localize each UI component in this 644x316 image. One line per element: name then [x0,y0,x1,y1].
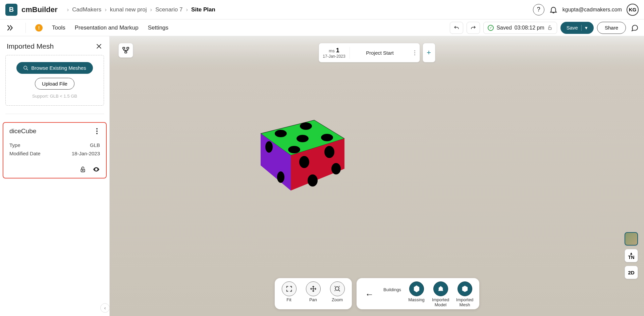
crumb-org[interactable]: CadMakers [72,6,101,13]
crumb-scenario[interactable]: Scenario 7 [155,6,182,13]
lock-open-icon[interactable] [547,25,553,31]
menu-tools[interactable]: Tools [52,24,65,31]
menu-presentation[interactable]: Presentation and Markup [75,24,139,31]
svg-point-16 [321,134,333,141]
mesh-preview[interactable] [240,100,361,201]
share-button[interactable]: Share [597,22,626,34]
sidebar-title: Imported Mesh [7,42,54,50]
mesh-date-label: Modified Date [9,151,41,156]
svg-point-14 [297,135,309,142]
svg-point-4 [96,169,97,170]
save-dropdown-icon[interactable]: ▾ [581,25,588,31]
svg-point-21 [308,174,318,187]
milestone-name: Project Start [350,50,410,56]
user-email: kgupta@cadmakers.com [562,7,622,13]
svg-point-1 [24,66,27,69]
svg-rect-7 [125,51,127,53]
chevron-right-icon: › [67,6,69,13]
minimap-button[interactable] [625,232,638,246]
svg-point-13 [300,122,312,130]
notifications-icon[interactable] [549,5,558,14]
comment-icon[interactable] [631,24,639,32]
svg-point-17 [265,141,273,153]
breadcrumb: › CadMakers › kunal new proj › Scenario … [67,6,215,13]
object-tools: ← Buildings Massing Imported Model Impor… [357,278,479,309]
mesh-type-value: GLB [90,142,100,148]
saved-status: ✓ Saved 03:08:12 pm [483,22,557,34]
crumb-project[interactable]: kunal new proj [110,6,147,13]
wbs-button[interactable] [118,43,133,58]
redo-button[interactable] [467,22,480,34]
imported-model-button[interactable]: Imported Model [431,281,450,307]
svg-point-23 [335,287,339,291]
mesh-type-label: Type [9,142,20,148]
undo-button[interactable] [450,22,463,34]
massing-button[interactable]: Massing [407,281,426,307]
viewport[interactable]: ms1 17-Jan-2023 Project Start + [110,36,644,316]
zoom-button[interactable]: Zoom [328,281,347,307]
back-button[interactable]: ← [361,281,378,307]
svg-point-20 [324,146,334,158]
support-text: Support: GLB < 1.5 GB [32,94,77,99]
mesh-date-value: 18-Jan-2023 [72,151,100,156]
milestone-more-icon[interactable] [410,50,420,55]
brand-text: cmBuilder [21,5,58,14]
mesh-more-icon[interactable] [94,128,100,134]
view-tools: Fit Pan Zoom [275,278,352,309]
fit-button[interactable]: Fit [279,281,299,307]
eye-icon[interactable] [93,166,100,173]
sidebar: Imported Mesh Browse Existing Meshes Upl… [0,36,110,316]
lock-icon[interactable] [79,166,87,173]
expand-icon[interactable] [5,23,14,32]
collapse-sidebar-icon[interactable]: ‹ [100,303,110,313]
app-logo[interactable]: B [5,4,17,16]
mesh-name: diceCube [9,127,36,135]
warning-icon[interactable]: ! [35,24,43,32]
svg-point-19 [299,156,309,168]
buildings-button[interactable]: Buildings [383,281,402,307]
milestone-card[interactable]: ms1 17-Jan-2023 Project Start [319,43,420,62]
check-icon: ✓ [488,25,494,31]
svg-rect-6 [127,47,129,49]
2d-button[interactable]: 2D [625,266,638,279]
upload-file-button[interactable]: Upload File [35,78,74,90]
svg-point-18 [277,171,284,183]
imported-mesh-button[interactable]: Imported Mesh [455,281,475,307]
save-button[interactable]: Save ▾ [560,22,594,34]
upload-area: Browse Existing Meshes Upload File Suppo… [5,55,104,106]
help-icon[interactable]: ? [533,4,544,15]
pan-button[interactable]: Pan [304,281,323,307]
crumb-current: Site Plan [191,6,215,13]
user-avatar[interactable]: KG [627,4,639,16]
menu-settings[interactable]: Settings [148,24,168,31]
svg-point-3 [83,170,83,171]
close-icon[interactable] [95,43,103,50]
svg-rect-0 [548,28,551,30]
true-north-button[interactable]: ▲TN [625,249,638,262]
mesh-card[interactable]: diceCube TypeGLB Modified Date18-Jan-202… [3,122,107,178]
svg-point-22 [331,163,341,174]
chevron-right-icon: › [105,6,107,13]
browse-meshes-button[interactable]: Browse Existing Meshes [16,62,93,74]
svg-rect-5 [123,47,125,49]
svg-point-15 [288,146,300,153]
chevron-right-icon: › [186,6,188,13]
add-milestone-button[interactable]: + [423,43,435,62]
chevron-right-icon: › [150,6,152,13]
svg-point-12 [275,130,287,137]
